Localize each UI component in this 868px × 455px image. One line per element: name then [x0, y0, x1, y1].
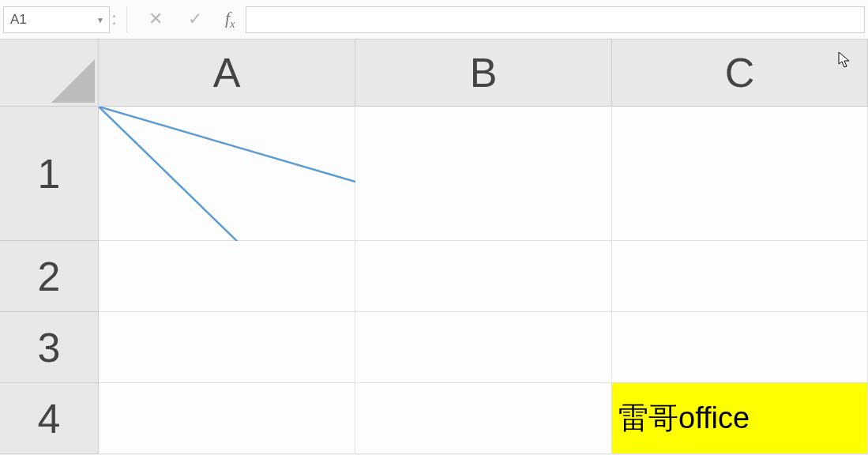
corner-triangle-icon [51, 59, 95, 103]
cell-B4[interactable] [355, 383, 612, 454]
cell-A2[interactable] [99, 241, 355, 312]
cell-B3[interactable] [355, 312, 612, 383]
column-headers: A B C [0, 39, 868, 107]
cancel-icon[interactable]: ✕ [146, 9, 165, 29]
row-header-2[interactable]: 2 [0, 241, 99, 312]
name-box-value: A1 [10, 12, 27, 28]
svg-line-1 [99, 107, 355, 182]
cell-C2[interactable] [612, 241, 868, 312]
formula-input[interactable] [246, 6, 865, 33]
diagonal-lines [99, 107, 355, 241]
cell-A1[interactable] [99, 107, 355, 241]
accept-icon[interactable]: ✓ [186, 9, 205, 29]
svg-line-2 [99, 107, 241, 241]
formula-bar: A1 ▼ ✕ ✓ fx [0, 0, 868, 39]
cell-A3[interactable] [99, 312, 355, 383]
spreadsheet-grid: A B C 1 2 3 4 雷哥office [0, 39, 868, 454]
fx-icon[interactable]: fx [225, 8, 235, 31]
cell-C3[interactable] [612, 312, 868, 383]
dropdown-icon[interactable]: ▼ [96, 15, 104, 24]
cell-C1[interactable] [612, 107, 868, 241]
row-3: 3 [0, 312, 868, 383]
cell-B2[interactable] [355, 241, 612, 312]
svg-marker-0 [51, 59, 95, 103]
cell-B1[interactable] [355, 107, 612, 241]
cell-A4[interactable] [99, 383, 355, 454]
column-header-B[interactable]: B [355, 39, 612, 107]
name-box[interactable]: A1 ▼ [3, 6, 110, 33]
row-4: 4 雷哥office [0, 383, 868, 454]
column-header-C[interactable]: C [612, 39, 868, 107]
select-all-corner[interactable] [0, 39, 99, 107]
grip-handle[interactable] [113, 15, 115, 24]
row-header-4[interactable]: 4 [0, 383, 99, 454]
formula-controls: ✕ ✓ fx [135, 8, 246, 31]
column-header-A[interactable]: A [99, 39, 355, 107]
row-header-3[interactable]: 3 [0, 312, 99, 383]
row-1: 1 [0, 107, 868, 241]
row-2: 2 [0, 241, 868, 312]
separator [126, 6, 127, 33]
row-header-1[interactable]: 1 [0, 107, 99, 241]
cell-C4[interactable]: 雷哥office [612, 383, 868, 454]
